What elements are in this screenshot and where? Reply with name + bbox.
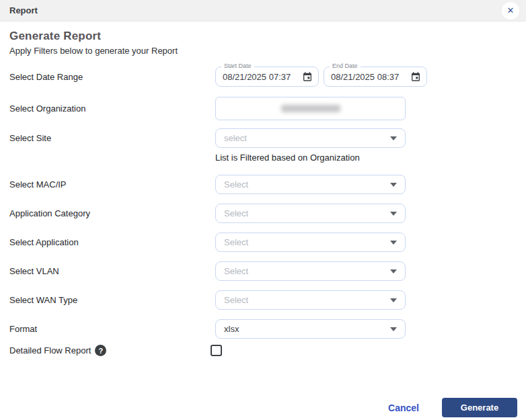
date-range-controls: Start Date 08/21/2025 07:37 End Date 08/… xyxy=(215,67,427,87)
wan-type-dropdown[interactable]: Select xyxy=(215,290,406,310)
cancel-button[interactable]: Cancel xyxy=(388,403,419,413)
detailed-flow-report-label-wrap: Detailed Flow Report ? xyxy=(9,345,215,356)
application-chevron-down-icon xyxy=(390,241,397,245)
format-control: xlsx xyxy=(215,319,406,339)
organization-redacted-value xyxy=(281,105,340,112)
end-date-field[interactable]: End Date 08/21/2025 08:37 xyxy=(324,67,427,87)
row-site: Select Site select xyxy=(9,128,517,148)
application-dropdown[interactable]: Select xyxy=(215,233,406,252)
application-category-placeholder: Select xyxy=(224,208,248,218)
wan-type-placeholder: Select xyxy=(224,295,248,305)
vlan-control: Select xyxy=(215,261,406,281)
detailed-flow-report-checkbox[interactable] xyxy=(211,345,222,356)
wan-type-chevron-down-icon xyxy=(390,298,397,302)
close-button[interactable]: ✕ xyxy=(502,2,519,19)
row-detailed-flow-report: Detailed Flow Report ? xyxy=(9,345,517,356)
row-wan-type: Select WAN Type Select xyxy=(9,290,517,310)
application-placeholder: Select xyxy=(224,237,248,247)
row-application-category: Application Category Select xyxy=(9,204,517,223)
organization-control xyxy=(215,97,406,120)
application-label: Select Application xyxy=(9,237,215,247)
vlan-label: Select VLAN xyxy=(9,266,215,276)
organization-label: Select Organization xyxy=(9,103,215,114)
end-date-value: 08/21/2025 08:37 xyxy=(331,72,410,82)
row-mac-ip: Select MAC/IP Select xyxy=(9,175,517,194)
modal-content: Generate Report Apply Filters below to g… xyxy=(0,22,526,356)
mac-ip-placeholder: Select xyxy=(224,179,248,190)
format-label: Format xyxy=(9,324,215,334)
application-category-control: Select xyxy=(215,204,406,223)
mac-ip-chevron-down-icon xyxy=(390,183,397,187)
row-application: Select Application Select xyxy=(9,233,517,252)
wan-type-control: Select xyxy=(215,290,406,310)
application-category-dropdown[interactable]: Select xyxy=(215,204,406,223)
row-site-note: List is Filtered based on Organization xyxy=(9,153,517,163)
start-date-value: 08/21/2025 07:37 xyxy=(223,72,302,82)
page-title: Generate Report xyxy=(9,30,517,43)
report-filter-form: Select Date Range Start Date 08/21/2025 … xyxy=(9,67,517,356)
generate-report-modal: Report ✕ Generate Report Apply Filters b… xyxy=(0,0,526,420)
detailed-flow-report-control xyxy=(215,345,406,356)
start-date-floating-label: Start Date xyxy=(221,62,254,69)
help-icon[interactable]: ? xyxy=(95,345,106,356)
site-note: List is Filtered based on Organization xyxy=(215,153,517,163)
modal-header: Report ✕ xyxy=(0,0,526,22)
vlan-dropdown[interactable]: Select xyxy=(215,261,406,281)
format-chevron-down-icon xyxy=(390,327,397,331)
application-category-chevron-down-icon xyxy=(390,212,397,216)
row-vlan: Select VLAN Select xyxy=(9,261,517,281)
format-dropdown[interactable]: xlsx xyxy=(215,319,406,339)
close-icon: ✕ xyxy=(507,6,515,15)
start-date-field[interactable]: Start Date 08/21/2025 07:37 xyxy=(215,67,319,87)
mac-ip-label: Select MAC/IP xyxy=(9,179,215,190)
detailed-flow-report-label: Detailed Flow Report xyxy=(9,345,91,355)
page-subtitle: Apply Filters below to generate your Rep… xyxy=(9,46,517,56)
date-range-label: Select Date Range xyxy=(9,72,215,82)
generate-button[interactable]: Generate xyxy=(442,398,517,417)
wan-type-label: Select WAN Type xyxy=(9,295,215,305)
application-category-label: Application Category xyxy=(9,208,215,218)
site-placeholder: select xyxy=(224,133,247,143)
vlan-placeholder: Select xyxy=(224,266,248,276)
site-control: select xyxy=(215,128,406,148)
modal-footer: Cancel Generate xyxy=(388,398,517,417)
end-date-calendar-icon[interactable] xyxy=(410,71,421,82)
end-date-floating-label: End Date xyxy=(330,62,361,69)
row-date-range: Select Date Range Start Date 08/21/2025 … xyxy=(9,67,517,87)
vlan-chevron-down-icon xyxy=(390,269,397,274)
site-label: Select Site xyxy=(9,133,215,143)
site-chevron-down-icon xyxy=(390,136,397,140)
row-organization: Select Organization xyxy=(9,97,517,120)
application-control: Select xyxy=(215,233,406,252)
row-format: Format xlsx xyxy=(9,319,517,339)
mac-ip-control: Select xyxy=(215,175,406,194)
mac-ip-dropdown[interactable]: Select xyxy=(215,175,406,194)
site-dropdown[interactable]: select xyxy=(215,128,406,148)
start-date-calendar-icon[interactable] xyxy=(302,71,313,82)
modal-header-title: Report xyxy=(9,5,38,15)
format-value: xlsx xyxy=(224,324,239,334)
organization-input[interactable] xyxy=(215,97,406,120)
